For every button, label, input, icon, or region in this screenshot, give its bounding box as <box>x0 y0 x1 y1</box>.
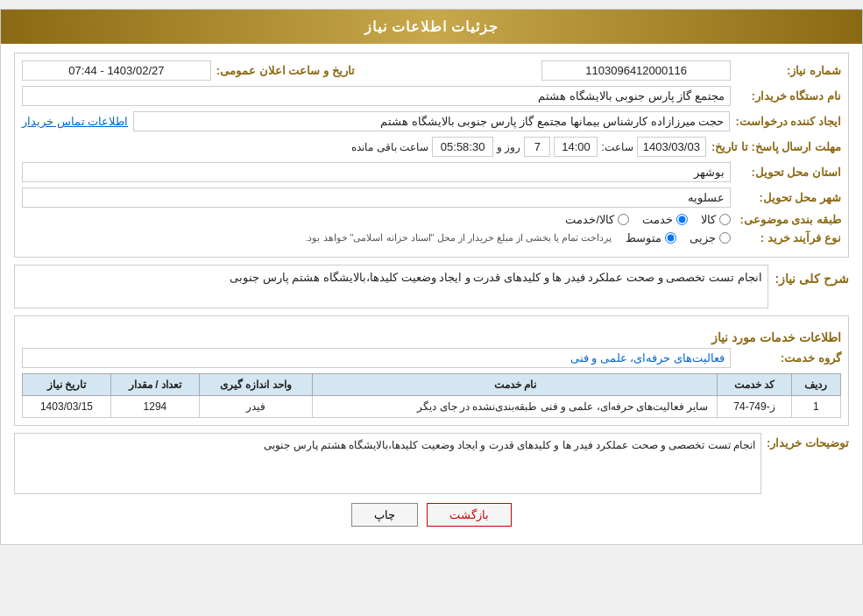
radio-khedmat-label: خدمت <box>642 213 673 226</box>
main-form-section: شماره نیاز: 1103096412000116 تاریخ و ساع… <box>14 53 849 258</box>
service-info-section: اطلاعات خدمات مورد نیاز گروه خدمت: فعالی… <box>14 315 849 426</box>
category-label: طبقه بندی موضوعی: <box>736 213 841 226</box>
reply-remaining: 05:58:30 <box>432 137 493 157</box>
general-desc-value: انجام تست تخصصی و صحت عملکرد فیدر ها و ک… <box>14 265 768 308</box>
table-head: ردیف کد خدمت نام خدمت واحد اندازه گیری ت… <box>23 374 841 396</box>
col-row: ردیف <box>791 374 840 396</box>
province-row: استان محل تحویل: بوشهر <box>22 162 841 182</box>
radio-kala-label: کالا <box>701 213 716 226</box>
creator-row: ایجاد کننده درخواست: حجت میرزازاده کارشن… <box>22 111 841 131</box>
radio-jozi: جزیی <box>690 231 731 244</box>
creator-value: حجت میرزازاده کارشناس بیمانها مجتمع گاز … <box>133 111 730 131</box>
table-header-row: ردیف کد خدمت نام خدمت واحد اندازه گیری ت… <box>23 374 841 396</box>
table-body: 1 ز-749-74 سایر فعالیت‌های حرفه‌ای، علمی… <box>23 396 841 418</box>
creator-label: ایجاد کننده درخواست: <box>735 115 841 128</box>
col-code: کد خدمت <box>718 374 791 396</box>
cell-qty: 1294 <box>110 396 199 418</box>
cell-unit: فیدر <box>199 396 312 418</box>
radio-kala-input[interactable] <box>719 214 731 225</box>
announcement-value: 1403/02/27 - 07:44 <box>22 60 211 81</box>
cell-date: 1403/03/15 <box>23 396 111 418</box>
need-number-value: 1103096412000116 <box>541 60 731 81</box>
deadline-date-time: 1403/03/03 ساعت: 14:00 7 روز و 05:58:30 … <box>351 137 705 157</box>
reply-remaining-label: ساعت باقی مانده <box>351 141 428 153</box>
buyer-org-row: نام دستگاه خریدار: مجتمع گاز پارس جنوبی … <box>22 86 841 106</box>
cell-row: 1 <box>791 396 840 418</box>
city-row: شهر محل تحویل: عسلویه <box>22 188 841 208</box>
buyer-org-value: مجتمع گاز پارس جنوبی بالایشگاه هشتم <box>22 86 731 106</box>
radio-khedmat-input[interactable] <box>676 214 688 225</box>
need-number-label: شماره نیاز: <box>736 64 841 77</box>
process-note: پرداخت تمام یا بخشی از مبلغ خریدار از مح… <box>305 232 612 244</box>
process-radio-group: جزیی متوسط <box>626 231 731 244</box>
reply-time-label: ساعت: <box>601 141 633 153</box>
col-unit: واحد اندازه گیری <box>199 374 312 396</box>
process-row: نوع فرآیند خرید : جزیی متوسط پرداخت تمام… <box>22 231 841 244</box>
action-buttons: بازگشت چاپ <box>14 494 849 535</box>
reply-days: 7 <box>524 137 550 157</box>
header-title: جزئیات اطلاعات نیاز <box>364 19 499 34</box>
general-desc-section: شرح کلی نیاز: انجام تست تخصصی و صحت عملک… <box>14 265 849 308</box>
radio-motavasset: متوسط <box>626 231 676 244</box>
radio-kala: کالا <box>701 213 731 226</box>
radio-khedmat: خدمت <box>642 213 688 226</box>
need-number-row: شماره نیاز: 1103096412000116 تاریخ و ساع… <box>22 60 841 81</box>
reply-date: 1403/03/03 <box>637 137 706 157</box>
reply-deadline-label: مهلت ارسال پاسخ: تا تاریخ: <box>711 140 841 153</box>
category-row: طبقه بندی موضوعی: کالا خدمت کالا/خدمت <box>22 213 841 226</box>
radio-jozi-input[interactable] <box>719 232 731 244</box>
buyer-desc-value: انجام تست تخصصی و صحت عملکرد فیدر ها و ک… <box>14 433 761 494</box>
print-button[interactable]: چاپ <box>351 503 418 527</box>
service-group-row: گروه خدمت: فعالیت‌های حرفه‌ای، علمی و فن… <box>22 348 841 368</box>
radio-kala-khedmat-input[interactable] <box>618 214 629 225</box>
service-table: ردیف کد خدمت نام خدمت واحد اندازه گیری ت… <box>22 373 841 418</box>
reply-days-label: روز و <box>497 141 520 153</box>
service-info-title: اطلاعات خدمات مورد نیاز <box>22 330 841 344</box>
page-header: جزئیات اطلاعات نیاز <box>1 10 862 44</box>
back-button[interactable]: بازگشت <box>427 503 512 527</box>
process-label: نوع فرآیند خرید : <box>736 231 841 244</box>
table-row: 1 ز-749-74 سایر فعالیت‌های حرفه‌ای، علمی… <box>23 396 841 418</box>
buyer-desc-label: توضیحات خریدار: <box>767 433 849 450</box>
radio-jozi-label: جزیی <box>690 231 716 244</box>
contact-link[interactable]: اطلاعات تماس خریدار <box>22 115 128 128</box>
general-desc-label: شرح کلی نیاز: <box>775 272 849 286</box>
radio-motavasset-label: متوسط <box>626 231 661 244</box>
radio-motavasset-input[interactable] <box>665 232 676 244</box>
category-radio-group: کالا خدمت کالا/خدمت <box>565 213 731 226</box>
service-group-value: فعالیت‌های حرفه‌ای، علمی و فنی <box>22 348 731 368</box>
reply-deadline-row: مهلت ارسال پاسخ: تا تاریخ: 1403/03/03 سا… <box>22 137 841 157</box>
reply-time: 14:00 <box>554 137 598 157</box>
col-date: تاریخ نیاز <box>23 374 111 396</box>
announcement-label: تاریخ و ساعت اعلان عمومی: <box>216 64 355 77</box>
province-label: استان محل تحویل: <box>736 166 841 179</box>
service-group-label: گروه خدمت: <box>736 351 841 365</box>
col-qty: تعداد / مقدار <box>110 374 199 396</box>
cell-name: سایر فعالیت‌های حرفه‌ای، علمی و فنی طبقه… <box>313 396 718 418</box>
col-name: نام خدمت <box>313 374 718 396</box>
city-value: عسلویه <box>22 188 731 208</box>
cell-code: ز-749-74 <box>718 396 791 418</box>
buyer-desc-section: توضیحات خریدار: انجام تست تخصصی و صحت عم… <box>14 433 849 494</box>
radio-kala-khedmat: کالا/خدمت <box>565 213 629 226</box>
buyer-org-label: نام دستگاه خریدار: <box>736 89 841 103</box>
city-label: شهر محل تحویل: <box>736 191 841 204</box>
radio-kala-khedmat-label: کالا/خدمت <box>565 213 614 226</box>
province-value: بوشهر <box>22 162 731 182</box>
